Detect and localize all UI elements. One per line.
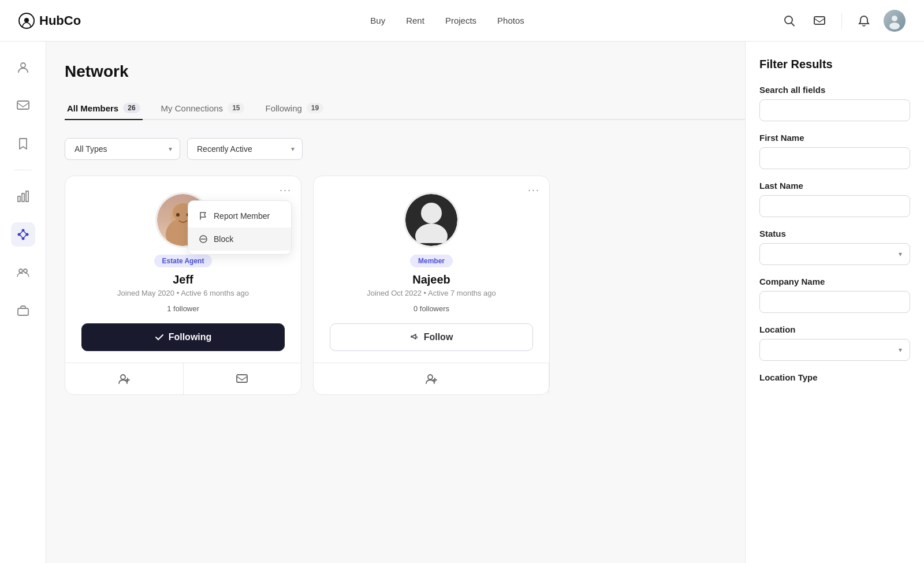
- svg-point-16: [24, 269, 27, 273]
- tab-all-members[interactable]: All Members 26: [65, 97, 143, 120]
- checkmark-icon: [155, 333, 164, 342]
- najeeb-avatar: [404, 192, 459, 248]
- najeeb-silhouette: [408, 197, 454, 243]
- type-filter-wrap: All Types ▾: [65, 138, 180, 160]
- svg-point-15: [19, 269, 23, 273]
- filter-status-select[interactable]: [759, 243, 910, 265]
- sidebar: [0, 42, 46, 563]
- sidebar-item-network[interactable]: [11, 222, 35, 247]
- najeeb-active-sep: •: [424, 289, 428, 297]
- nav-buy[interactable]: Buy: [370, 16, 385, 25]
- tab-following-label: Following: [265, 103, 301, 113]
- filter-search-all-input[interactable]: [759, 99, 910, 121]
- jeff-followers: 1 follower: [167, 304, 199, 313]
- jeff-active: Active 6 months ago: [181, 289, 249, 297]
- topnav-icons: [779, 10, 906, 32]
- type-filter[interactable]: All Types: [65, 138, 180, 160]
- sidebar-divider: [14, 170, 32, 170]
- filter-location-label: Location: [759, 325, 910, 334]
- sort-filter-wrap: Recently Active ▾: [187, 138, 303, 160]
- filter-last-name-input[interactable]: [759, 195, 910, 217]
- search-icon[interactable]: [779, 10, 800, 31]
- najeeb-card-body: Member Najeeb Joined Oct 2022 • Active 7…: [314, 176, 549, 363]
- najeeb-follow-button[interactable]: Follow: [330, 323, 533, 351]
- najeeb-joined: Joined Oct 2022: [367, 289, 422, 297]
- filter-status-label: Status: [759, 229, 910, 238]
- filter-first-name-label: First Name: [759, 133, 910, 143]
- messages-icon[interactable]: [809, 10, 830, 31]
- jeff-joined: Joined May 2020: [117, 289, 174, 297]
- filter-company-label: Company Name: [759, 277, 910, 286]
- tab-all-members-count: 26: [123, 103, 140, 113]
- sidebar-item-analytics[interactable]: [11, 184, 35, 208]
- brand-logo[interactable]: HubCo: [18, 13, 81, 29]
- block-label: Block: [214, 234, 233, 244]
- svg-point-30: [176, 213, 180, 217]
- jeff-add-connection-button[interactable]: [65, 363, 184, 394]
- nav-projects[interactable]: Projects: [445, 16, 476, 25]
- svg-rect-17: [18, 308, 28, 315]
- svg-rect-3: [814, 17, 825, 24]
- sort-filter[interactable]: Recently Active: [187, 138, 303, 160]
- tab-my-connections[interactable]: My Connections 15: [159, 97, 247, 120]
- najeeb-menu-button[interactable]: ···: [528, 184, 540, 196]
- filter-location-type-label: Location Type: [759, 372, 910, 382]
- tab-following[interactable]: Following 19: [263, 97, 326, 120]
- svg-rect-9: [22, 193, 24, 202]
- avatar-image: [884, 10, 906, 32]
- jeff-menu-button[interactable]: ···: [280, 184, 292, 196]
- add-user-icon-najeeb: [425, 372, 438, 385]
- jeff-message-button[interactable]: [184, 363, 301, 394]
- dropdown-menu: Report Member Block: [188, 200, 292, 255]
- nav-rent[interactable]: Rent: [406, 16, 424, 25]
- sidebar-item-messages[interactable]: [11, 94, 35, 118]
- sidebar-item-bookmarks[interactable]: [11, 132, 35, 156]
- svg-rect-8: [18, 196, 20, 202]
- sidebar-item-groups[interactable]: [11, 260, 35, 285]
- najeeb-add-connection-button[interactable]: [314, 363, 549, 394]
- nav-photos[interactable]: Photos: [497, 16, 524, 25]
- filter-location-select[interactable]: [759, 339, 910, 361]
- tab-my-connections-count: 15: [228, 103, 244, 113]
- jeff-badge: Estate Agent: [154, 255, 213, 267]
- nav-links: Buy Rent Projects Photos: [116, 16, 779, 25]
- member-card-jeff: Report Member Block ···: [65, 176, 301, 395]
- tab-all-members-label: All Members: [67, 103, 118, 113]
- svg-point-1: [24, 18, 29, 23]
- sidebar-item-jobs[interactable]: [11, 299, 35, 323]
- message-icon: [236, 372, 248, 385]
- jeff-follow-button[interactable]: Following: [81, 323, 285, 351]
- svg-point-14: [21, 237, 24, 240]
- report-member-label: Report Member: [214, 211, 270, 221]
- najeeb-meta: Joined Oct 2022 • Active 7 months ago: [367, 289, 496, 297]
- svg-point-34: [421, 203, 442, 223]
- filter-panel-title: Filter Results: [759, 58, 910, 71]
- svg-point-32: [121, 375, 125, 379]
- filter-location-wrap: ▾: [759, 339, 910, 361]
- filter-search-all-label: Search all fields: [759, 85, 910, 95]
- svg-rect-33: [237, 375, 247, 382]
- sidebar-item-profile[interactable]: [11, 55, 35, 80]
- filter-first-name-input[interactable]: [759, 147, 910, 169]
- najeeb-avatar-image: [405, 194, 457, 246]
- report-member-item[interactable]: Report Member: [188, 204, 291, 228]
- najeeb-follow-label: Follow: [424, 332, 453, 342]
- notifications-icon[interactable]: [854, 10, 874, 31]
- topnav: HubCo Buy Rent Projects Photos: [0, 0, 924, 42]
- megaphone-icon: [410, 333, 419, 342]
- najeeb-followers: 0 followers: [413, 304, 449, 313]
- filter-company-input[interactable]: [759, 291, 910, 313]
- flag-icon: [199, 211, 208, 221]
- filter-last-name-label: Last Name: [759, 181, 910, 191]
- svg-point-6: [21, 63, 25, 68]
- jeff-meta: Joined May 2020 • Active 6 months ago: [117, 289, 249, 297]
- svg-rect-7: [17, 101, 29, 109]
- logo-icon: [18, 13, 35, 29]
- user-avatar[interactable]: [884, 10, 906, 32]
- block-item[interactable]: Block: [188, 228, 291, 251]
- svg-point-5: [889, 23, 900, 29]
- najeeb-active: Active 7 months ago: [428, 289, 496, 297]
- block-icon: [199, 234, 208, 244]
- brand-name: HubCo: [39, 13, 81, 28]
- add-user-icon: [118, 372, 131, 385]
